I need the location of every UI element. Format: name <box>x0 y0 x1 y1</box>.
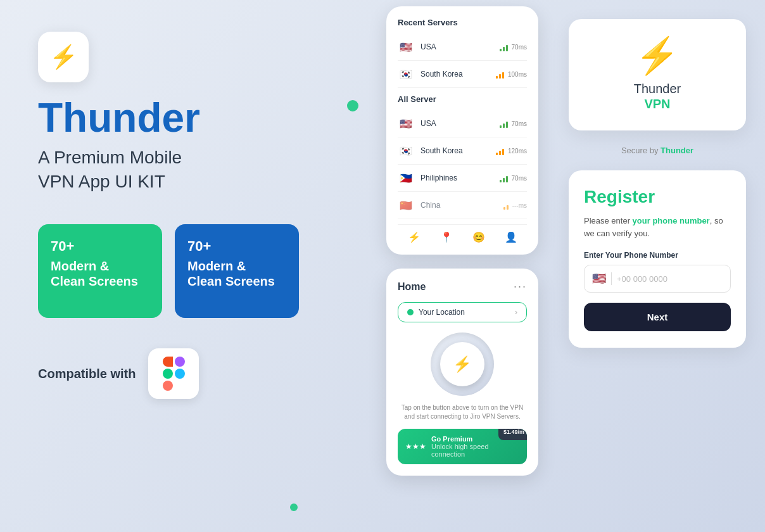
flag-usa: 🇺🇸 <box>398 39 414 55</box>
table-row: 🇨🇳 China ---ms <box>398 192 527 219</box>
signal-bars-ph <box>500 174 508 182</box>
phone-input[interactable]: +00 000 0000 <box>617 274 667 284</box>
server-name-philippines: Philiphines <box>420 174 500 182</box>
location-text: Your Location <box>419 308 510 317</box>
figma-blue <box>175 369 185 379</box>
flag-usa-all: 🇺🇸 <box>398 115 414 132</box>
server-name-china: China <box>420 201 503 210</box>
lightning-bolt-icon: ⚡ <box>49 44 78 70</box>
vpn-power-button[interactable]: ⚡ <box>398 332 527 396</box>
home-card: Home ··· Your Location › ⚡ Tap on the bu… <box>386 269 538 476</box>
secure-by-label: Secure by <box>621 146 661 155</box>
server-list-card: Recent Servers 🇺🇸 USA 70ms 🇰🇷 South Kore… <box>386 6 538 255</box>
flag-china: 🇨🇳 <box>398 197 414 213</box>
feature-card-1-text: Modern &Clean Screens <box>51 258 149 289</box>
nav-user-icon[interactable]: 👤 <box>505 231 517 243</box>
brand-title: Thunder <box>38 98 348 138</box>
server-name-usa-recent: USA <box>420 42 500 51</box>
all-server-title: All Server <box>398 94 527 104</box>
ping-south-korea-all: 120ms <box>508 148 527 155</box>
thunder-vpn-card: ⚡ Thunder VPN <box>569 19 746 130</box>
table-row: 🇵🇭 Philiphines 70ms <box>398 165 527 192</box>
register-card: Register Please enter your phone number,… <box>569 170 746 348</box>
recent-servers-title: Recent Servers <box>398 18 527 27</box>
more-menu-icon[interactable]: ··· <box>514 280 527 293</box>
ping-china: ---ms <box>512 202 527 209</box>
nav-location-icon[interactable]: 📍 <box>440 231 453 243</box>
signal-bars-cn <box>503 201 509 210</box>
brand-subtitle: A Premium MobileVPN App UI KIT <box>38 146 348 194</box>
signal-bars <box>500 42 508 51</box>
ping-philippines: 70ms <box>512 175 527 182</box>
nav-smiley-icon[interactable]: 😊 <box>472 231 485 243</box>
register-title: Register <box>584 187 731 207</box>
go-premium-banner[interactable]: ★★★ Go Premium Unlock high speed connect… <box>398 429 527 464</box>
premium-subtitle: Unlock high speed connection <box>431 443 519 458</box>
phone-country-flag[interactable]: 🇺🇸 <box>592 272 606 286</box>
server-name-south-korea-recent: South Korea <box>420 70 496 79</box>
home-header: Home ··· <box>398 280 527 293</box>
figma-badge <box>148 348 199 399</box>
stars-icon: ★★★ <box>405 442 426 451</box>
vpn-inner-circle: ⚡ <box>440 342 484 386</box>
signal-bars-usa-all <box>500 119 508 128</box>
vpn-caption: Tap on the button above to turn on the V… <box>398 403 527 421</box>
figma-purple <box>175 357 185 367</box>
feature-card-2-number: 70+ <box>187 238 286 255</box>
feature-card-2-text: Modern &Clean Screens <box>187 258 286 289</box>
ping-south-korea-recent: 100ms <box>508 71 527 78</box>
phone-input-row: 🇺🇸 +00 000 0000 <box>584 265 731 293</box>
feature-card-1-number: 70+ <box>51 238 149 255</box>
location-button[interactable]: Your Location › <box>398 302 527 322</box>
flag-philippines: 🇵🇭 <box>398 170 414 186</box>
thunder-lightning-icon: ⚡ <box>584 38 731 73</box>
nav-lightning-icon[interactable]: ⚡ <box>408 231 420 243</box>
feature-cards: 70+ Modern &Clean Screens 70+ Modern &Cl… <box>38 224 348 318</box>
table-row: 🇺🇸 USA 70ms <box>398 110 527 137</box>
flag-south-korea-all: 🇰🇷 <box>398 142 414 159</box>
register-phone-highlight: your phone number <box>633 216 710 225</box>
phone-number-label: Enter Your Phone Number <box>584 251 731 260</box>
server-name-usa-all: USA <box>420 119 500 128</box>
register-desc-1: Please enter <box>584 216 633 225</box>
table-row: 🇺🇸 USA 70ms <box>398 34 527 61</box>
ping-usa-all: 70ms <box>512 120 527 127</box>
flag-south-korea: 🇰🇷 <box>398 66 414 82</box>
input-divider <box>611 272 612 285</box>
compatible-row: Compatible with <box>38 348 348 399</box>
decorative-dot-1 <box>347 100 358 111</box>
table-row: 🇰🇷 South Korea 120ms <box>398 137 527 165</box>
figma-red <box>163 357 173 367</box>
decorative-dot-3 <box>290 504 298 511</box>
figma-logo <box>163 357 185 391</box>
app-icon: ⚡ <box>38 32 89 82</box>
price-badge: $1.49/m <box>498 429 527 440</box>
location-arrow-icon: › <box>515 308 517 317</box>
left-section: ⚡ Thunder A Premium MobileVPN App UI KIT… <box>38 32 348 399</box>
secure-by-text: Secure by Thunder <box>569 146 746 155</box>
bottom-nav: ⚡ 📍 😊 👤 <box>398 224 527 243</box>
vpn-lightning-icon: ⚡ <box>453 355 472 373</box>
thunder-title: Thunder VPN <box>584 81 731 111</box>
secure-by-brand: Thunder <box>661 146 693 155</box>
vpn-word: VPN <box>644 97 670 111</box>
home-title: Home <box>398 281 426 293</box>
feature-card-blue: 70+ Modern &Clean Screens <box>175 224 299 318</box>
thunder-word: Thunder <box>634 82 681 96</box>
register-description: Please enter your phone number, so we ca… <box>584 215 731 239</box>
ping-usa-recent: 70ms <box>512 44 527 51</box>
feature-card-green: 70+ Modern &Clean Screens <box>38 224 162 318</box>
signal-bars-sk-all <box>496 146 504 155</box>
figma-green <box>163 369 173 379</box>
signal-bars-orange <box>496 70 504 79</box>
next-button[interactable]: Next <box>584 303 731 331</box>
right-section: ⚡ Thunder VPN Secure by Thunder Register… <box>569 19 746 348</box>
compatible-label: Compatible with <box>38 366 136 381</box>
vpn-outer-circle: ⚡ <box>431 332 494 396</box>
figma-orange <box>163 381 173 391</box>
middle-section: Recent Servers 🇺🇸 USA 70ms 🇰🇷 South Kore… <box>386 6 538 476</box>
server-name-south-korea-all: South Korea <box>420 146 496 155</box>
table-row: 🇰🇷 South Korea 100ms <box>398 61 527 88</box>
location-dot-icon <box>407 309 414 315</box>
